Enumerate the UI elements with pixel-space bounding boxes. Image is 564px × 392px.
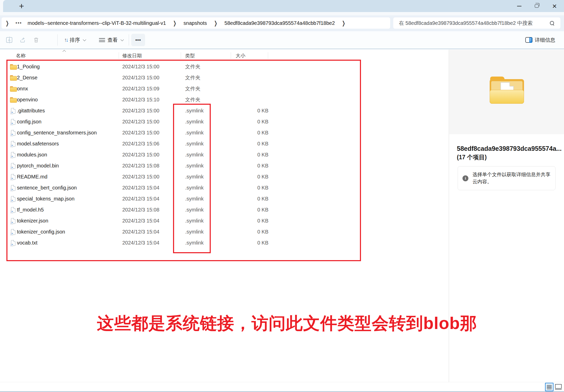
file-date-modified: 2024/12/3 15:00 [122,149,159,160]
file-row[interactable]: ↗ modules.json 2024/12/3 15:00 .symlink … [4,149,446,160]
file-row[interactable]: ↗ config.json 2024/12/3 15:00 .symlink 0… [4,116,446,127]
file-size: 0 KB [232,105,268,116]
file-row[interactable]: ↗ config_sentence_transformers.json 2024… [4,127,446,138]
file-name: 2_Dense [17,72,37,83]
file-row[interactable]: onnx 2024/12/3 15:09 文件夹 [4,83,446,94]
file-row[interactable]: ↗ tf_model.h5 2024/12/3 15:08 .symlink 0… [4,204,446,215]
file-name: pytorch_model.bin [17,160,59,171]
chevron-down-icon [83,38,86,41]
file-row[interactable]: ↗ tokenizer.json 2024/12/3 15:04 .symlin… [4,215,446,226]
breadcrumb-model-folder[interactable]: models--sentence-transformers--clip-ViT-… [24,20,169,26]
breadcrumb-hash[interactable]: 58edf8cada9e398793dca955574a48cbb7f18be2 [221,20,338,26]
new-tab-button[interactable]: + [16,1,27,12]
file-date-modified: 2024/12/3 15:00 [122,61,159,72]
chevron-right-icon[interactable]: ❯ [2,20,13,27]
file-row[interactable]: ↗ tokenizer_config.json 2024/12/3 15:04 … [4,226,446,237]
file-size: 0 KB [232,171,268,182]
search-box[interactable]: 在 58edf8cada9e398793dca955574a48cbb7f18b… [393,17,560,29]
file-size [232,83,268,94]
more-options-button[interactable]: ••• [131,34,145,46]
folder-icon [10,75,16,80]
column-header-date[interactable]: 修改日期 [122,52,142,60]
file-name: model.safetensors [17,138,59,149]
chevron-down-icon [120,38,124,41]
details-pane-toggle[interactable]: 详细信息 [523,34,558,46]
file-name: modules.json [17,149,47,160]
column-header-type[interactable]: 类型 [185,52,195,60]
file-row[interactable]: openvino 2024/12/3 15:10 文件夹 [4,94,446,105]
file-date-modified: 2024/12/3 15:06 [122,138,159,149]
share-button[interactable] [17,34,29,46]
file-size: 0 KB [232,149,268,160]
panel-folder-hash: 58edf8cada9e398793dca955574a... [457,144,559,153]
file-date-modified: 2024/12/3 15:04 [122,237,159,248]
minimize-button[interactable] [511,0,528,12]
file-row[interactable]: 2_Dense 2024/12/3 15:00 文件夹 [4,72,446,83]
symlink-file-icon: ↗ [11,240,15,246]
view-button[interactable]: 查看 [96,34,125,46]
column-separator[interactable] [181,52,181,59]
file-type: 文件夹 [185,83,200,94]
file-row[interactable]: ↗ vocab.txt 2024/12/3 15:04 .symlink 0 K… [4,237,446,248]
large-icons-view-toggle[interactable] [555,384,562,390]
file-row[interactable]: ↗ .gitattributes 2024/12/3 15:00 .symlin… [4,105,446,116]
column-header-size[interactable]: 大小 [236,52,245,60]
breadcrumb-overflow-button[interactable]: ••• [13,20,25,26]
symlink-file-icon: ↗ [11,218,15,224]
details-view-toggle[interactable] [545,383,553,391]
file-name: special_tokens_map.json [17,193,75,204]
file-size [232,61,268,72]
file-name: README.md [17,171,47,182]
status-bar [0,382,564,391]
title-bar: + × [0,0,564,15]
details-pane-icon [525,37,532,43]
file-size [232,94,268,105]
details-pane-label: 详细信息 [535,37,555,44]
sort-button[interactable]: ↑↓ 排序 [62,34,88,46]
ellipsis-icon: ••• [135,37,141,43]
minimize-icon [517,6,521,6]
file-name: config.json [17,116,42,127]
symlink-file-icon: ↗ [11,174,15,180]
search-icon[interactable] [550,21,554,25]
file-date-modified: 2024/12/3 15:00 [122,116,159,127]
symlink-file-icon: ↗ [11,141,15,147]
symlink-file-icon: ↗ [11,207,15,213]
file-type: 文件夹 [185,61,200,72]
file-row[interactable]: ↗ README.md 2024/12/3 15:00 .symlink 0 K… [4,171,446,182]
panel-item-count: (17 个项目) [457,153,559,162]
file-row[interactable]: ↗ model.safetensors 2024/12/3 15:06 .sym… [4,138,446,149]
maximize-restore-button[interactable] [528,0,545,12]
delete-button[interactable] [30,34,42,46]
file-name: vocab.txt [17,237,37,248]
sort-label: 排序 [70,37,80,44]
info-card: i 选择单个文件以获取详细信息并共享云内容。 [458,166,556,190]
file-name: 1_Pooling [17,61,40,72]
close-button[interactable]: × [546,0,563,12]
file-date-modified: 2024/12/3 15:10 [122,94,159,105]
share-icon [19,37,26,43]
info-icon: i [462,175,468,181]
rename-button[interactable]: A [4,34,15,46]
column-header-name[interactable]: 名称 [16,52,26,60]
info-message: 选择单个文件以获取详细信息并共享云内容。 [472,171,551,186]
details-panel: 58edf8cada9e398793dca955574a... (17 个项目)… [449,50,564,382]
breadcrumb-snapshots[interactable]: snapshots [180,20,210,26]
file-row[interactable]: ↗ sentence_bert_config.json 2024/12/3 15… [4,182,446,193]
file-name: .gitattributes [17,105,45,116]
panel-title: 58edf8cada9e398793dca955574a... (17 个项目) [457,144,559,162]
file-type: .symlink [185,127,204,138]
address-bar[interactable]: ❯ ••• models--sentence-transformers--cli… [2,17,390,29]
symlink-file-icon: ↗ [11,152,15,158]
file-row[interactable]: 1_Pooling 2024/12/3 15:00 文件夹 [4,61,446,72]
search-placeholder: 在 58edf8cada9e398793dca955574a48cbb7f18b… [393,20,550,27]
sort-arrows-icon: ↑↓ [64,37,67,43]
column-separator[interactable] [231,52,231,59]
plus-icon: + [19,1,24,11]
column-separator[interactable] [268,52,268,59]
file-row[interactable]: ↗ special_tokens_map.json 2024/12/3 15:0… [4,193,446,204]
file-row[interactable]: ↗ pytorch_model.bin 2024/12/3 15:08 .sym… [4,160,446,171]
file-type: .symlink [185,105,204,116]
column-separator[interactable] [119,52,119,59]
thumbnail-view-icon [555,384,562,389]
